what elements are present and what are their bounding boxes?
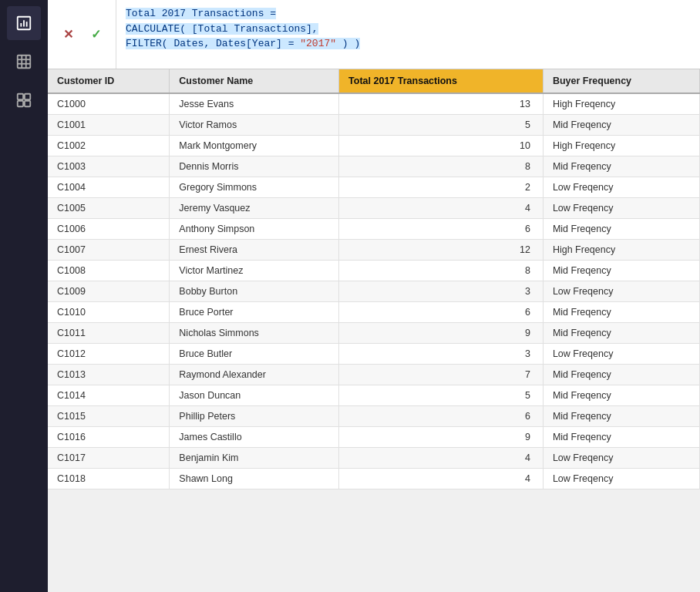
table-row: C1014 Jason Duncan 5 Mid Freqency: [48, 385, 700, 406]
table-row: C1013 Raymond Alexander 7 Mid Freqency: [48, 365, 700, 385]
formula-line1: Total 2017 Transactions =: [126, 8, 276, 19]
cell-buyer-freq: Mid Freqency: [543, 406, 699, 427]
table-row: C1002 Mark Montgomery 10 High Freqency: [48, 136, 700, 156]
cell-total-2017: 4: [339, 198, 544, 219]
formula-line3: FILTER( Dates, Dates[Year] =: [126, 38, 300, 49]
table-row: C1011 Nicholas Simmons 9 Mid Freqency: [48, 323, 700, 344]
cell-customer-name: Dennis Morris: [170, 156, 339, 177]
cell-customer-name: James Castillo: [170, 427, 339, 448]
table-row: C1006 Anthony Simpson 6 Mid Freqency: [48, 219, 700, 240]
col-header-total-2017: Total 2017 Transactions: [339, 69, 544, 93]
cell-buyer-freq: Mid Freqency: [543, 115, 699, 136]
table-row: C1005 Jeremy Vasquez 4 Low Freqency: [48, 198, 700, 219]
data-table: Customer ID Customer Name Total 2017 Tra…: [48, 69, 700, 489]
cell-buyer-freq: Mid Freqency: [543, 261, 699, 281]
table-row: C1000 Jesse Evans 13 High Freqency: [48, 93, 700, 115]
cell-buyer-freq: High Freqency: [543, 136, 699, 156]
cell-customer-name: Victor Martinez: [170, 261, 339, 281]
cell-customer-name: Gregory Simmons: [170, 177, 339, 198]
cell-customer-id: C1004: [48, 177, 170, 198]
cell-total-2017: 13: [339, 93, 544, 115]
cell-customer-id: C1009: [48, 281, 170, 302]
cell-total-2017: 12: [339, 240, 544, 261]
cell-customer-name: Phillip Peters: [170, 406, 339, 427]
cell-buyer-freq: Mid Freqency: [543, 219, 699, 240]
cell-customer-id: C1000: [48, 93, 170, 115]
col-header-buyer-freq: Buyer Frequency: [543, 69, 699, 93]
table-header-row: Customer ID Customer Name Total 2017 Tra…: [48, 69, 700, 93]
cell-customer-name: Bruce Butler: [170, 344, 339, 365]
cell-total-2017: 3: [339, 281, 544, 302]
table-row: C1003 Dennis Morris 8 Mid Freqency: [48, 156, 700, 177]
cell-buyer-freq: Low Freqency: [543, 469, 699, 489]
cell-buyer-freq: Mid Freqency: [543, 385, 699, 406]
table-row: C1010 Bruce Porter 6 Mid Freqency: [48, 302, 700, 323]
data-table-container[interactable]: Customer ID Customer Name Total 2017 Tra…: [48, 69, 700, 592]
cell-buyer-freq: Low Freqency: [543, 281, 699, 302]
cell-customer-name: Anthony Simpson: [170, 219, 339, 240]
cell-customer-id: C1013: [48, 365, 170, 385]
cell-total-2017: 8: [339, 156, 544, 177]
col-header-customer-name: Customer Name: [170, 69, 339, 93]
formula-bar: ✕ ✓ Total 2017 Transactions = CALCULATE(…: [48, 0, 700, 69]
sidebar-item-report[interactable]: [7, 6, 41, 40]
cell-buyer-freq: Low Freqency: [543, 344, 699, 365]
cell-customer-name: Bobby Burton: [170, 281, 339, 302]
cell-total-2017: 6: [339, 219, 544, 240]
cell-customer-name: Ernest Rivera: [170, 240, 339, 261]
cell-buyer-freq: Low Freqency: [543, 448, 699, 469]
cell-customer-name: Mark Montgomery: [170, 136, 339, 156]
cell-customer-id: C1010: [48, 302, 170, 323]
cell-customer-name: Shawn Long: [170, 469, 339, 489]
table-row: C1018 Shawn Long 4 Low Freqency: [48, 469, 700, 489]
svg-rect-4: [18, 56, 31, 69]
formula-line2: CALCULATE( [Total Transactions],: [126, 23, 318, 35]
cell-customer-id: C1005: [48, 198, 170, 219]
table-row: C1017 Benjamin Kim 4 Low Freqency: [48, 448, 700, 469]
cell-total-2017: 6: [339, 302, 544, 323]
sidebar-item-table[interactable]: [7, 45, 41, 79]
cell-customer-id: C1012: [48, 344, 170, 365]
cell-total-2017: 4: [339, 469, 544, 489]
cell-customer-id: C1003: [48, 156, 170, 177]
cell-total-2017: 10: [339, 136, 544, 156]
cell-customer-id: C1018: [48, 469, 170, 489]
cell-customer-id: C1011: [48, 323, 170, 344]
sidebar-item-model[interactable]: [7, 83, 41, 117]
cell-total-2017: 7: [339, 365, 544, 385]
table-row: C1016 James Castillo 9 Mid Freqency: [48, 427, 700, 448]
cell-buyer-freq: Low Freqency: [543, 177, 699, 198]
cell-total-2017: 9: [339, 427, 544, 448]
svg-rect-9: [18, 94, 23, 99]
cell-customer-name: Jesse Evans: [170, 93, 339, 115]
confirm-button[interactable]: ✓: [85, 24, 106, 45]
formula-string: "2017": [300, 38, 336, 49]
formula-content[interactable]: Total 2017 Transactions = CALCULATE( [To…: [116, 0, 700, 69]
sidebar: [0, 0, 48, 592]
cell-customer-id: C1015: [48, 406, 170, 427]
formula-line3-end: ) ): [336, 38, 360, 49]
cell-total-2017: 9: [339, 323, 544, 344]
svg-rect-10: [25, 94, 30, 99]
cancel-button[interactable]: ✕: [57, 24, 79, 45]
cell-buyer-freq: Mid Freqency: [543, 323, 699, 344]
cell-total-2017: 2: [339, 177, 544, 198]
cell-customer-id: C1014: [48, 385, 170, 406]
cell-customer-name: Jason Duncan: [170, 385, 339, 406]
cell-total-2017: 3: [339, 344, 544, 365]
svg-rect-12: [25, 101, 30, 106]
cell-buyer-freq: Low Freqency: [543, 198, 699, 219]
table-row: C1015 Phillip Peters 6 Mid Freqency: [48, 406, 700, 427]
cell-customer-name: Benjamin Kim: [170, 448, 339, 469]
cell-customer-name: Jeremy Vasquez: [170, 198, 339, 219]
formula-actions: ✕ ✓: [48, 0, 116, 69]
cell-customer-id: C1017: [48, 448, 170, 469]
cell-customer-id: C1001: [48, 115, 170, 136]
table-row: C1001 Victor Ramos 5 Mid Freqency: [48, 115, 700, 136]
main-content: ✕ ✓ Total 2017 Transactions = CALCULATE(…: [48, 0, 700, 592]
table-row: C1008 Victor Martinez 8 Mid Freqency: [48, 261, 700, 281]
svg-rect-11: [18, 101, 23, 106]
cell-customer-id: C1007: [48, 240, 170, 261]
table-row: C1004 Gregory Simmons 2 Low Freqency: [48, 177, 700, 198]
cell-customer-id: C1016: [48, 427, 170, 448]
